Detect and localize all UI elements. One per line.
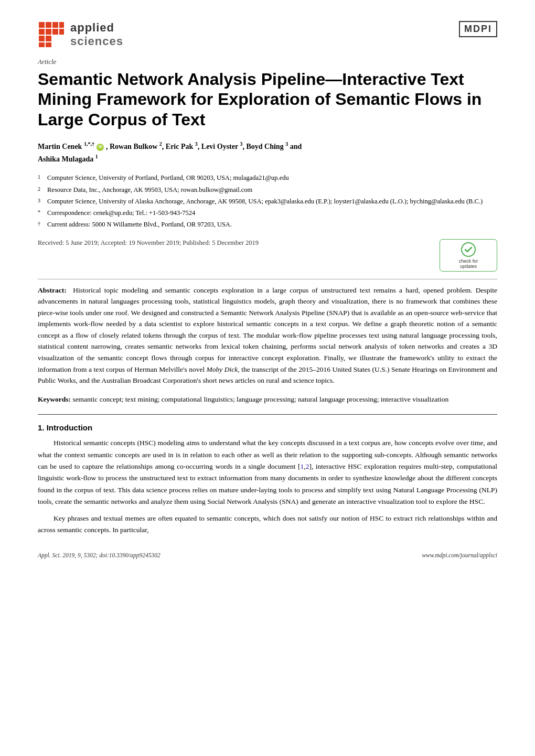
svg-point-12 — [462, 243, 475, 256]
keywords-text: semantic concept; text mining; computati… — [72, 395, 448, 403]
page: applied sciences MDPI Article Semantic N… — [0, 0, 535, 756]
journal-name-sciences: sciences — [70, 35, 123, 48]
svg-rect-5 — [46, 29, 51, 35]
journal-name: applied sciences — [70, 21, 123, 48]
journal-name-applied: applied — [70, 21, 123, 35]
intro-para-1: Historical semantic concepts (HSC) model… — [38, 437, 497, 507]
affiliation-2: 2 Resource Data, Inc., Anchorage, AK 995… — [38, 185, 497, 196]
abstract-label: Abstract: — [38, 286, 67, 294]
affiliations-block: 1 Computer Science, University of Portla… — [38, 172, 497, 230]
svg-rect-7 — [59, 29, 64, 35]
affiliation-3: 3 Computer Science, University of Alaska… — [38, 196, 497, 207]
affiliation-1: 1 Computer Science, University of Portla… — [38, 172, 497, 183]
svg-rect-11 — [46, 42, 51, 47]
orcid-icon[interactable]: iD — [97, 144, 104, 151]
divider-1 — [38, 279, 497, 279]
footer-right: www.mdpi.com/journal/applsci — [422, 552, 497, 558]
received-line: Received: 5 June 2019; Accepted: 19 Nove… — [38, 237, 497, 272]
current-address: † Current address: 5000 N Willamette Blv… — [38, 219, 497, 230]
intro-para-2: Key phrases and textual memes are often … — [38, 513, 497, 536]
check-updates-badge[interactable]: check forupdates — [440, 239, 497, 272]
keywords-label: Keywords: — [38, 395, 71, 403]
ref-1[interactable]: 1 — [301, 462, 304, 470]
check-updates-label: check forupdates — [459, 258, 478, 269]
check-updates-icon — [461, 242, 476, 257]
received-dates: Received: 5 June 2019; Accepted: 19 Nove… — [38, 239, 259, 247]
svg-rect-0 — [39, 22, 45, 28]
svg-rect-3 — [59, 22, 64, 28]
abstract-section: Abstract: Historical topic modeling and … — [38, 285, 497, 386]
article-title: Semantic Network Analysis Pipeline—Inter… — [38, 69, 497, 129]
svg-rect-1 — [46, 22, 51, 28]
journal-logo-icon — [38, 21, 65, 48]
svg-rect-4 — [39, 29, 45, 35]
correspondence: * Correspondence: cenek@up.edu; Tel.: +1… — [38, 208, 497, 219]
author-martin-cenek: Martin Cenek 1,*,† — [38, 143, 94, 150]
section-divider — [38, 414, 497, 415]
abstract-paragraph: Abstract: Historical topic modeling and … — [38, 285, 497, 386]
header: applied sciences MDPI — [38, 21, 497, 48]
svg-rect-10 — [39, 42, 45, 47]
logo-area: applied sciences — [38, 21, 123, 48]
svg-rect-6 — [52, 29, 58, 35]
mdpi-logo: MDPI — [459, 21, 497, 37]
footer-left: Appl. Sci. 2019, 9, 5302; doi:10.3390/ap… — [38, 552, 160, 558]
authors-block: Martin Cenek 1,*,† iD , Rowan Bulkow 2, … — [38, 140, 497, 165]
keywords-section: Keywords: semantic concept; text mining;… — [38, 394, 497, 405]
svg-rect-9 — [46, 36, 51, 41]
footer: Appl. Sci. 2019, 9, 5302; doi:10.3390/ap… — [38, 552, 497, 558]
ref-2[interactable]: 2 — [306, 462, 309, 470]
svg-rect-2 — [52, 22, 58, 28]
svg-rect-8 — [39, 36, 45, 41]
article-type-label: Article — [38, 58, 497, 66]
intro-heading: 1. Introduction — [38, 423, 497, 432]
